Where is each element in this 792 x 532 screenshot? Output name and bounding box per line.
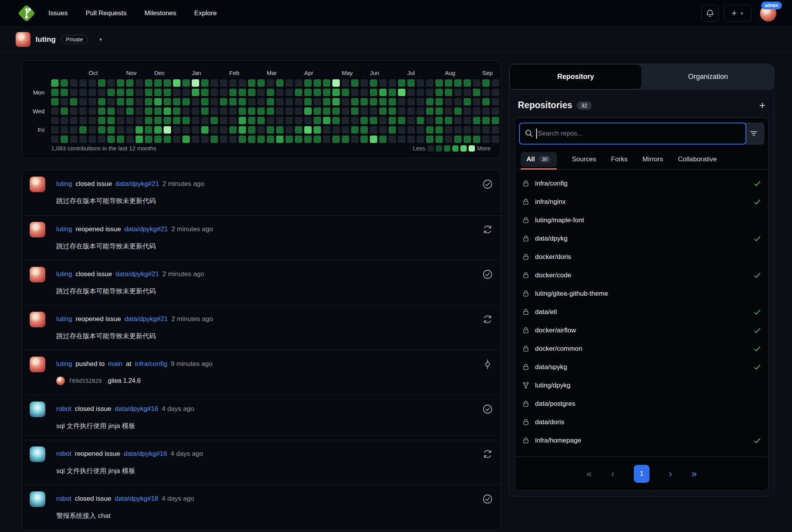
heatmap-cell[interactable]: [407, 89, 415, 96]
heatmap-cell[interactable]: [107, 126, 115, 134]
heatmap-cell[interactable]: [70, 107, 77, 115]
pagination-last-button[interactable]: »: [692, 468, 697, 479]
heatmap-cell[interactable]: [98, 98, 105, 105]
actor-link[interactable]: luting: [56, 315, 72, 323]
heatmap-cell[interactable]: [154, 117, 162, 124]
heatmap-cell[interactable]: [276, 79, 284, 87]
heatmap-cell[interactable]: [389, 107, 396, 115]
heatmap-cell[interactable]: [314, 136, 321, 143]
heatmap-cell[interactable]: [79, 136, 87, 143]
heatmap-cell[interactable]: [257, 126, 265, 134]
heatmap-cell[interactable]: [70, 126, 77, 134]
heatmap-cell[interactable]: [51, 79, 59, 87]
heatmap-cell[interactable]: [445, 89, 452, 96]
heatmap-cell[interactable]: [332, 79, 340, 87]
heatmap-cell[interactable]: [323, 117, 330, 124]
heatmap-cell[interactable]: [435, 107, 443, 115]
heatmap-cell[interactable]: [136, 136, 143, 143]
heatmap-cell[interactable]: [435, 117, 443, 124]
heatmap-cell[interactable]: [398, 107, 405, 115]
heatmap-cell[interactable]: [229, 107, 237, 115]
heatmap-cell[interactable]: [285, 98, 293, 105]
actor-avatar[interactable]: [30, 402, 45, 417]
repo-row[interactable]: data/doris: [515, 413, 768, 431]
repo-filter-sources[interactable]: Sources: [572, 155, 596, 163]
heatmap-cell[interactable]: [445, 98, 452, 105]
heatmap-cell[interactable]: [276, 126, 284, 134]
repo-filter-mirrors[interactable]: Mirrors: [642, 155, 663, 163]
repo-name-link[interactable]: docker/code: [535, 271, 571, 279]
heatmap-cell[interactable]: [351, 107, 359, 115]
heatmap-cell[interactable]: [398, 79, 405, 87]
heatmap-cell[interactable]: [379, 89, 387, 96]
heatmap-cell[interactable]: [370, 107, 377, 115]
heatmap-cell[interactable]: [126, 117, 134, 124]
heatmap-cell[interactable]: [136, 79, 143, 87]
heatmap-cell[interactable]: [51, 98, 59, 105]
heatmap-cell[interactable]: [126, 126, 134, 134]
heatmap-cell[interactable]: [473, 126, 480, 134]
heatmap-cell[interactable]: [314, 79, 321, 87]
heatmap-cell[interactable]: [117, 89, 124, 96]
repo-row[interactable]: docker/common: [515, 339, 768, 358]
heatmap-cell[interactable]: [295, 126, 302, 134]
heatmap-cell[interactable]: [473, 79, 480, 87]
heatmap-cell[interactable]: [473, 136, 480, 143]
heatmap-cell[interactable]: [61, 136, 68, 143]
heatmap-cell[interactable]: [107, 98, 115, 105]
heatmap-cell[interactable]: [370, 98, 377, 105]
heatmap-cell[interactable]: [351, 79, 359, 87]
search-repos-input[interactable]: [519, 123, 746, 145]
heatmap-cell[interactable]: [182, 126, 190, 134]
heatmap-cell[interactable]: [360, 79, 368, 87]
pagination-current-page[interactable]: 1: [634, 465, 649, 483]
heatmap-cell[interactable]: [154, 126, 162, 134]
heatmap-cell[interactable]: [389, 117, 396, 124]
heatmap-cell[interactable]: [285, 89, 293, 96]
heatmap-cell[interactable]: [89, 107, 96, 115]
issue-title-text[interactable]: 警报系统接入 chat: [56, 511, 111, 520]
heatmap-cell[interactable]: [426, 98, 433, 105]
heatmap-cell[interactable]: [342, 136, 349, 143]
heatmap-cell[interactable]: [164, 98, 171, 105]
repo-row[interactable]: luting/dpykg: [515, 376, 768, 395]
heatmap-cell[interactable]: [98, 79, 105, 87]
heatmap-cell[interactable]: [304, 89, 312, 96]
heatmap-cell[interactable]: [220, 89, 227, 96]
heatmap-cell[interactable]: [239, 89, 246, 96]
heatmap-cell[interactable]: [389, 79, 396, 87]
heatmap-cell[interactable]: [398, 117, 405, 124]
nav-link-issues[interactable]: Issues: [48, 9, 68, 17]
heatmap-cell[interactable]: [107, 136, 115, 143]
heatmap-cell[interactable]: [173, 136, 180, 143]
heatmap-cell[interactable]: [389, 136, 396, 143]
heatmap-cell[interactable]: [285, 126, 293, 134]
actor-avatar[interactable]: [30, 177, 45, 192]
heatmap-cell[interactable]: [89, 98, 96, 105]
heatmap-cell[interactable]: [173, 79, 180, 87]
heatmap-cell[interactable]: [201, 136, 209, 143]
heatmap-cell[interactable]: [220, 136, 227, 143]
heatmap-cell[interactable]: [314, 89, 321, 96]
heatmap-cell[interactable]: [417, 117, 424, 124]
add-repository-button[interactable]: +: [759, 102, 765, 109]
heatmap-cell[interactable]: [220, 107, 227, 115]
heatmap-cell[interactable]: [248, 98, 255, 105]
heatmap-cell[interactable]: [295, 136, 302, 143]
heatmap-cell[interactable]: [117, 79, 124, 87]
heatmap-cell[interactable]: [267, 89, 274, 96]
issue-title-text[interactable]: 跳过存在版本可能导致未更新代码: [56, 242, 156, 251]
heatmap-cell[interactable]: [426, 117, 433, 124]
heatmap-cell[interactable]: [79, 126, 87, 134]
heatmap-cell[interactable]: [323, 126, 330, 134]
heatmap-cell[interactable]: [360, 98, 368, 105]
heatmap-cell[interactable]: [314, 117, 321, 124]
actor-avatar[interactable]: [30, 357, 45, 372]
heatmap-cell[interactable]: [360, 107, 368, 115]
actor-link[interactable]: luting: [56, 360, 72, 368]
target-link[interactable]: data/dpykg#21: [124, 225, 168, 233]
actor-link[interactable]: robot: [56, 405, 71, 412]
heatmap-cell[interactable]: [248, 117, 255, 124]
heatmap-cell[interactable]: [370, 89, 377, 96]
repo-row[interactable]: docker/airflow: [515, 321, 768, 339]
